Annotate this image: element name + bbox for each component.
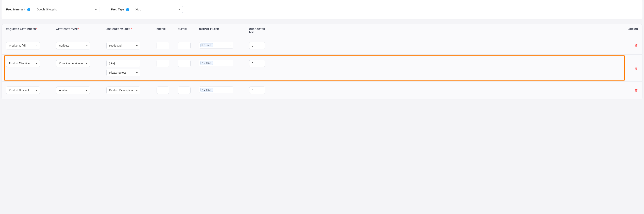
assigned-value: Product Id	[109, 44, 122, 47]
required-attribute-value: Product Description [description]	[9, 89, 33, 92]
table-row: Product Id [id]AttributeProduct Id ✕Defa…	[2, 37, 642, 55]
chevron-down-icon	[85, 62, 88, 65]
feed-merchant-label: Feed Merchant	[6, 8, 25, 11]
th-char-limit: CHARACTER LIMIT	[249, 28, 270, 33]
chevron-down-icon	[136, 71, 138, 74]
chevron-down-icon	[35, 89, 38, 92]
chevron-down-icon	[230, 89, 232, 91]
table-row: Product Description [description]Attribu…	[2, 82, 642, 99]
attribute-type-value: Combined Attributes	[59, 62, 84, 65]
feed-type-label: Feed Type	[111, 8, 124, 11]
character-limit-input[interactable]	[249, 42, 265, 49]
tag-label: Default	[204, 88, 211, 91]
feed-merchant-select[interactable]: Google Shopping	[34, 6, 100, 13]
attribute-type-select[interactable]: Attribute	[56, 42, 90, 50]
tag-label: Default	[204, 62, 211, 64]
output-filter-tag[interactable]: ✕Default	[200, 61, 213, 65]
chevron-down-icon	[136, 44, 138, 47]
chevron-down-icon	[230, 44, 232, 46]
attribute-type-value: Attribute	[59, 44, 69, 47]
remove-tag-icon[interactable]: ✕	[201, 62, 203, 64]
feed-merchant-field: Feed Merchant ? Google Shopping	[6, 6, 100, 13]
assigned-attribute-select[interactable]: Please Select	[106, 69, 140, 76]
delete-icon[interactable]	[634, 88, 638, 92]
th-attr-type: ATTRIBUTE TYPE*	[56, 28, 106, 33]
attribute-type-select[interactable]: Combined Attributes	[56, 60, 90, 67]
required-attribute-select[interactable]: Product Id [id]	[6, 42, 40, 50]
help-icon[interactable]: ?	[126, 8, 129, 11]
attribute-type-value: Attribute	[59, 89, 69, 92]
th-required: REQUIRED ATTRIBUTES*	[6, 28, 56, 33]
prefix-input[interactable]	[156, 42, 169, 49]
required-attribute-value: Product Title [title]	[9, 62, 33, 65]
table-row: Product Title [title]Combined Attributes…	[2, 55, 642, 82]
required-attribute-select[interactable]: Product Description [description]	[6, 86, 40, 94]
feed-type-field: Feed Type ? XML	[111, 6, 183, 13]
chevron-down-icon	[94, 8, 97, 11]
chevron-down-icon	[85, 89, 88, 92]
character-limit-input[interactable]	[249, 60, 265, 67]
required-attribute-select[interactable]: Product Title [title]	[6, 60, 40, 67]
remove-tag-icon[interactable]: ✕	[201, 89, 203, 91]
prefix-input[interactable]	[156, 86, 169, 94]
feed-merchant-value: Google Shopping	[37, 8, 58, 11]
attribute-type-select[interactable]: Attribute	[56, 86, 90, 94]
chevron-down-icon	[178, 8, 181, 11]
assigned-value: Product Description	[109, 89, 133, 92]
chevron-down-icon	[35, 44, 38, 47]
feed-type-value: XML	[136, 8, 141, 11]
output-filter-tag[interactable]: ✕Default	[200, 43, 213, 47]
chevron-down-icon	[136, 89, 138, 92]
remove-tag-icon[interactable]: ✕	[201, 44, 203, 46]
prefix-input[interactable]	[156, 60, 169, 67]
output-filter-select[interactable]: ✕Default	[199, 86, 234, 93]
th-prefix: PREFIX	[156, 28, 178, 33]
delete-icon[interactable]	[634, 66, 638, 70]
suffix-input[interactable]	[178, 42, 190, 49]
required-attribute-value: Product Id [id]	[9, 44, 33, 47]
chevron-down-icon	[230, 62, 232, 64]
character-limit-input[interactable]	[249, 86, 265, 94]
please-select-option: Please Select	[109, 71, 126, 74]
th-assigned: ASSIGNED VALUES*	[106, 28, 156, 33]
chevron-down-icon	[85, 44, 88, 47]
output-filter-select[interactable]: ✕Default	[199, 60, 234, 66]
output-filter-tag[interactable]: ✕Default	[200, 88, 213, 92]
assigned-value-select[interactable]: Product Description	[106, 86, 140, 94]
feed-type-select[interactable]: XML	[132, 6, 183, 13]
delete-icon[interactable]	[634, 44, 638, 48]
th-action: ACTION	[270, 28, 638, 33]
th-output-filter: OUTPUT FILTER	[199, 28, 249, 33]
help-icon[interactable]: ?	[27, 8, 30, 11]
feed-settings-panel: Feed Merchant ? Google Shopping Feed Typ…	[2, 0, 642, 19]
attributes-table: REQUIRED ATTRIBUTES* ATTRIBUTE TYPE* ASS…	[2, 24, 642, 99]
output-filter-select[interactable]: ✕Default	[199, 42, 234, 48]
th-suffix: SUFFIX	[178, 28, 199, 33]
suffix-input[interactable]	[178, 86, 190, 94]
suffix-input[interactable]	[178, 60, 190, 67]
assigned-value-input[interactable]	[106, 60, 140, 67]
tag-label: Default	[204, 44, 211, 46]
table-header: REQUIRED ATTRIBUTES* ATTRIBUTE TYPE* ASS…	[2, 24, 642, 37]
assigned-value-select[interactable]: Product Id	[106, 42, 140, 50]
chevron-down-icon	[35, 62, 38, 65]
